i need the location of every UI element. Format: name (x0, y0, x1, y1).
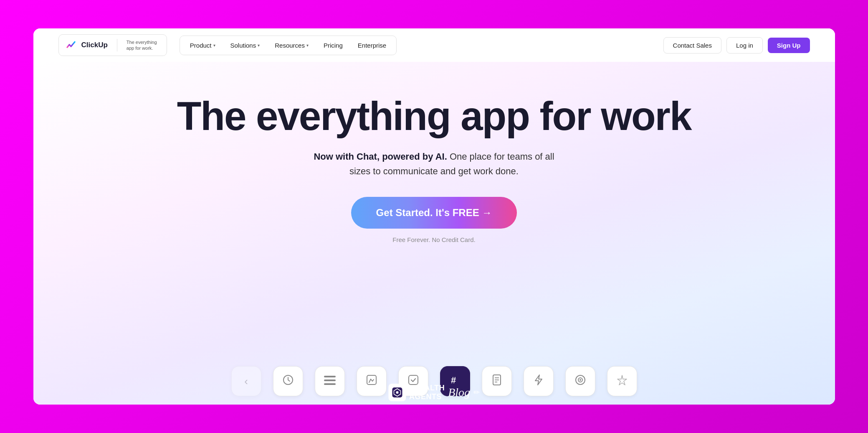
svg-rect-5 (409, 375, 418, 385)
whiteboard-icon-button[interactable] (357, 366, 387, 396)
nav-enterprise-label: Enterprise (358, 42, 386, 49)
list-icon (324, 375, 336, 388)
automation-icon-button[interactable] (524, 366, 554, 396)
ai-sparkle-icon (617, 374, 628, 388)
nav-solutions-label: Solutions (230, 42, 256, 49)
logo-text: ClickUp (81, 41, 108, 49)
navbar: ClickUp The everything app for work. Pro… (33, 28, 835, 62)
stealth-agents-logo-box (388, 384, 406, 401)
whiteboard-icon (366, 374, 377, 388)
nav-pricing-label: Pricing (324, 42, 343, 49)
contact-sales-button[interactable]: Contact Sales (663, 37, 721, 53)
nav-product-label: Product (190, 42, 212, 49)
blog-label: Blog (448, 386, 470, 399)
cta-button[interactable]: Get Started. It's FREE → (351, 197, 517, 229)
svg-point-16 (396, 391, 398, 394)
svg-rect-1 (324, 376, 336, 377)
nav-item-resources[interactable]: Resources ▾ (268, 38, 315, 52)
signup-button[interactable]: Sign Up (768, 38, 810, 53)
goals-icon-button[interactable] (565, 366, 595, 396)
nav-resources-label: Resources (275, 42, 305, 49)
automation-icon (534, 374, 543, 389)
logo-tagline: The everything app for work. (127, 39, 160, 51)
hero-section: The everything app for work Now with Cha… (33, 62, 835, 405)
prev-arrow-icon: ‹ (244, 375, 248, 388)
nav-item-enterprise[interactable]: Enterprise (351, 38, 393, 52)
hero-title: The everything app for work (177, 95, 691, 138)
list-icon-button[interactable] (315, 366, 345, 396)
goals-icon (574, 374, 586, 389)
logo-container[interactable]: ClickUp The everything app for work. (58, 34, 167, 56)
product-chevron-icon: ▾ (213, 43, 215, 48)
doc-icon (492, 374, 501, 388)
ai-sparkle-icon-button[interactable] (607, 366, 637, 396)
prev-arrow-button[interactable]: ‹ (231, 366, 261, 396)
nav-links: Product ▾ Solutions ▾ Resources ▾ Pricin… (180, 36, 397, 55)
nav-item-solutions[interactable]: Solutions ▾ (224, 38, 267, 52)
solutions-chevron-icon: ▾ (258, 43, 260, 48)
hero-note: Free Forever. No Credit Card. (392, 236, 475, 243)
time-icon (282, 374, 294, 389)
svg-point-13 (580, 379, 581, 381)
clickup-logo-icon (66, 39, 77, 51)
login-button[interactable]: Log in (726, 37, 763, 53)
footer-watermark: STEALTHAGENTS Blog ✏ (388, 384, 480, 401)
hero-subtitle: Now with Chat, powered by AI. One place … (313, 149, 555, 178)
svg-rect-2 (324, 380, 336, 381)
doc-icon-button[interactable] (482, 366, 512, 396)
nav-item-product[interactable]: Product ▾ (183, 38, 222, 52)
pen-icon: ✏ (473, 388, 480, 397)
resources-chevron-icon: ▾ (306, 43, 309, 48)
logo-divider (117, 39, 117, 51)
svg-rect-3 (324, 383, 336, 385)
nav-item-pricing[interactable]: Pricing (317, 38, 349, 52)
nav-right: Contact Sales Log in Sign Up (663, 37, 810, 53)
stealth-agents-label: STEALTHAGENTS (409, 384, 445, 401)
browser-window: ClickUp The everything app for work. Pro… (33, 28, 835, 405)
time-icon-button[interactable] (273, 366, 303, 396)
hero-subtitle-bold: Now with Chat, powered by AI. (314, 151, 447, 162)
